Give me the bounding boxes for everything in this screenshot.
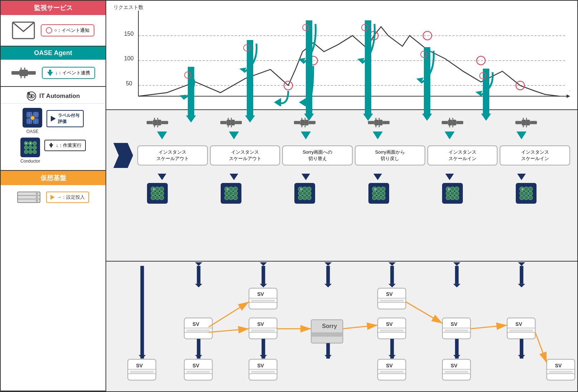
svg-rect-241 bbox=[130, 371, 153, 373]
server-icon-box bbox=[17, 192, 40, 203]
svg-rect-82 bbox=[231, 120, 235, 125]
svg-text:SV: SV bbox=[555, 363, 562, 368]
svg-point-134 bbox=[225, 191, 229, 195]
svg-line-274 bbox=[535, 332, 547, 363]
svg-rect-112 bbox=[515, 121, 522, 124]
svg-rect-83 bbox=[235, 121, 242, 124]
svg-rect-113 bbox=[521, 120, 526, 125]
arrow-right-icon bbox=[51, 116, 56, 121]
kanshi-content: ○：イベント通知 bbox=[1, 15, 106, 46]
svg-point-168 bbox=[450, 195, 455, 200]
main-container: 監視サービス ○：イベント通知 OASE Agent bbox=[0, 0, 578, 392]
svg-rect-266 bbox=[549, 371, 573, 373]
svg-point-49 bbox=[36, 200, 38, 202]
svg-point-47 bbox=[36, 193, 38, 195]
label-badge: ラベル付与評価 bbox=[46, 110, 84, 127]
conductor-label: Conductor bbox=[20, 159, 40, 164]
svg-rect-75 bbox=[161, 121, 168, 124]
setting-legend: →：設定投入 bbox=[46, 192, 89, 203]
oase-grid-icon bbox=[25, 111, 40, 125]
svg-rect-106 bbox=[452, 120, 456, 125]
teal-arrow-2 bbox=[229, 132, 239, 139]
navy-arrow-1 bbox=[158, 174, 166, 180]
svg-text:SV: SV bbox=[257, 292, 264, 297]
plug-icon bbox=[11, 66, 36, 80]
conductor-box-2: S bbox=[221, 183, 241, 204]
svg-point-34 bbox=[24, 146, 28, 149]
svg-point-174 bbox=[520, 191, 524, 195]
work-badge-text: ↓：作業実行 bbox=[56, 142, 82, 149]
svg-text:Sorry: Sorry bbox=[322, 323, 337, 329]
svg-rect-185 bbox=[261, 266, 265, 284]
bottom-section: SV SV SV SV bbox=[106, 262, 577, 391]
svg-point-165 bbox=[450, 191, 455, 195]
navy-arrow-3 bbox=[302, 174, 310, 180]
svg-rect-287 bbox=[141, 266, 144, 358]
kasou-section: 仮想基盤 →：設定投入 bbox=[1, 171, 106, 391]
svg-point-178 bbox=[524, 195, 528, 200]
svg-text:SV: SV bbox=[257, 363, 264, 368]
chart-section: リクエスト数 50 100 150 →時間 bbox=[106, 1, 577, 110]
svg-point-163 bbox=[455, 187, 459, 191]
event-circle-icon bbox=[46, 27, 52, 34]
big-navy-arrow-icon bbox=[113, 143, 133, 168]
svg-rect-3 bbox=[23, 70, 28, 76]
svg-text:SV: SV bbox=[451, 363, 457, 368]
svg-marker-280 bbox=[324, 355, 332, 358]
svg-point-125 bbox=[155, 191, 160, 195]
svg-point-147 bbox=[298, 195, 303, 200]
svg-rect-97 bbox=[374, 120, 378, 125]
plug-5 bbox=[441, 116, 464, 129]
svg-rect-96 bbox=[368, 121, 374, 124]
navy-arrow-6 bbox=[517, 174, 526, 180]
svg-point-39 bbox=[33, 150, 36, 154]
svg-point-142 bbox=[303, 187, 307, 191]
process-row: インスタンススケールアウト インスタンススケールアウト Sorry画面への切り替… bbox=[106, 139, 577, 172]
svg-marker-120 bbox=[113, 143, 133, 168]
kanshi-header: 監視サービス bbox=[1, 1, 106, 15]
conductor-grid-icon bbox=[23, 140, 38, 155]
oase-label: OASE bbox=[26, 129, 38, 134]
event-link-label: ↓：イベント連携 bbox=[55, 70, 90, 76]
svg-point-179 bbox=[528, 195, 533, 200]
sidebar: 監視サービス ○：イベント通知 OASE Agent bbox=[1, 1, 106, 391]
svg-point-169 bbox=[455, 195, 459, 200]
svg-point-136 bbox=[233, 191, 237, 195]
svg-rect-261 bbox=[445, 371, 468, 373]
svg-text:SV: SV bbox=[386, 321, 393, 327]
navy-arrow-5 bbox=[445, 174, 454, 180]
process-label-6: インスタンススケールイン bbox=[500, 145, 570, 165]
svg-point-177 bbox=[520, 195, 524, 200]
svg-rect-246 bbox=[186, 371, 210, 373]
svg-rect-197 bbox=[520, 266, 523, 284]
svg-line-273 bbox=[470, 325, 507, 329]
svg-rect-80 bbox=[220, 121, 227, 124]
svg-text:S: S bbox=[300, 188, 302, 191]
svg-rect-208 bbox=[380, 300, 403, 302]
big-arrow-container bbox=[113, 143, 133, 168]
svg-point-135 bbox=[229, 191, 233, 195]
svg-text:150: 150 bbox=[124, 31, 134, 37]
svg-rect-228 bbox=[445, 329, 468, 332]
plug-2 bbox=[220, 116, 242, 129]
svg-rect-81 bbox=[227, 120, 231, 125]
svg-text:SV: SV bbox=[136, 363, 143, 368]
svg-point-48 bbox=[36, 196, 38, 198]
svg-point-123 bbox=[160, 187, 164, 191]
svg-text:100: 100 bbox=[124, 55, 134, 61]
event-notification-legend: ○：イベント通知 bbox=[41, 24, 95, 36]
svg-rect-4 bbox=[28, 71, 36, 75]
svg-point-145 bbox=[303, 191, 307, 195]
svg-point-172 bbox=[524, 187, 528, 191]
svg-text:→時間: →時間 bbox=[568, 88, 570, 94]
event-link-legend: ↓：イベント連携 bbox=[42, 67, 95, 79]
svg-rect-107 bbox=[456, 121, 463, 124]
svg-marker-181 bbox=[195, 262, 202, 266]
teal-down-arrow-icon bbox=[47, 70, 53, 76]
teal-arrows-row bbox=[106, 129, 577, 139]
conductor-box-3: S bbox=[294, 183, 315, 204]
oase-header: OASE Agent bbox=[1, 46, 106, 60]
conductor-box-4: S bbox=[368, 183, 389, 204]
main-area: リクエスト数 50 100 150 →時間 bbox=[106, 1, 577, 391]
svg-text:S: S bbox=[153, 188, 155, 191]
